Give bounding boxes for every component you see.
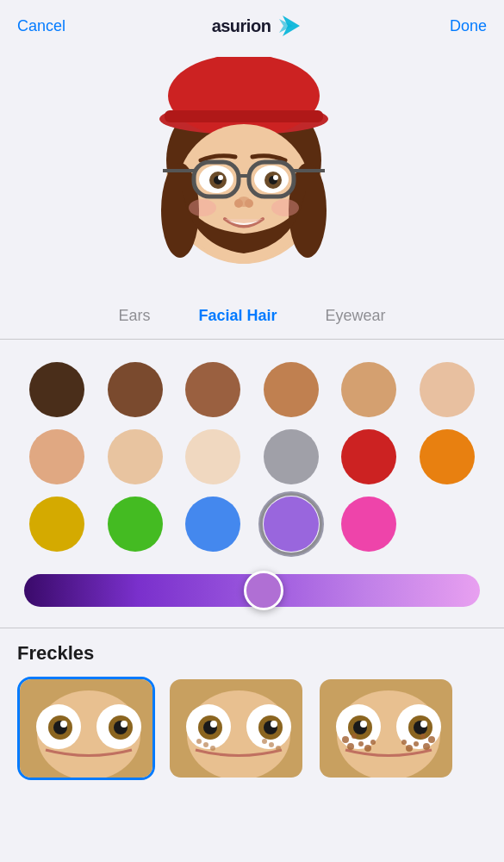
svg-rect-7 [165,110,323,122]
svg-point-69 [364,745,371,752]
tabs-container: Ears Facial Hair Eyewear [0,298,504,339]
svg-point-37 [60,721,67,728]
logo: asurion [212,12,304,40]
color-swatch-2[interactable] [108,362,163,417]
svg-point-38 [121,721,128,728]
svg-point-54 [276,746,281,751]
svg-point-52 [262,739,267,744]
header: Cancel asurion Done [0,0,504,48]
tab-eyewear[interactable]: Eyewear [302,303,410,328]
color-swatch-14[interactable] [108,497,163,552]
svg-point-68 [358,741,364,746]
svg-point-26 [245,199,253,208]
svg-point-50 [203,742,208,747]
svg-point-23 [273,175,278,180]
color-swatch-1[interactable] [29,362,84,417]
svg-point-64 [420,721,427,728]
freckle-option-light[interactable] [167,677,305,780]
freckle-option-heavy[interactable] [317,677,455,780]
svg-point-70 [370,740,376,745]
done-button[interactable]: Done [450,17,487,35]
color-swatch-9[interactable] [185,429,240,484]
freckles-options [17,677,487,780]
color-swatch-12[interactable] [420,429,475,484]
memoji-avatar [149,57,339,264]
color-swatch-7[interactable] [29,429,84,484]
color-swatch-3[interactable] [185,362,240,417]
freckles-title: Freckles [17,642,487,665]
tab-ears[interactable]: Ears [94,303,174,328]
cancel-button[interactable]: Cancel [17,17,65,35]
svg-point-65 [342,736,349,743]
svg-point-25 [234,199,243,208]
svg-point-48 [271,721,277,728]
slider-container [0,565,504,624]
tab-facial-hair[interactable]: Facial Hair [174,303,301,328]
tab-divider [0,339,504,340]
section-divider [0,628,504,628]
freckle-option-none[interactable] [17,677,155,780]
avatar-area [0,48,504,298]
svg-point-73 [414,741,419,746]
svg-point-76 [428,736,435,743]
svg-point-22 [218,175,223,180]
logo-icon [276,12,303,40]
color-swatch-8[interactable] [108,429,163,484]
color-swatch-11[interactable] [341,429,396,484]
svg-point-53 [269,742,274,747]
logo-text: asurion [212,16,271,36]
svg-point-49 [196,739,202,744]
freckles-section: Freckles [0,642,504,780]
color-swatch-5[interactable] [341,362,396,417]
svg-point-74 [420,734,426,739]
svg-point-63 [360,721,367,728]
color-swatch-10[interactable] [264,429,319,484]
avatar-container [149,57,356,281]
color-swatch-13[interactable] [29,497,84,552]
color-grid [0,353,504,565]
svg-point-71 [401,740,407,745]
color-swatch-16[interactable] [264,497,319,552]
svg-point-66 [352,734,357,739]
color-swatch-4[interactable] [264,362,319,417]
slider-thumb[interactable] [244,571,283,610]
color-swatch-17[interactable] [341,497,396,552]
svg-point-28 [271,199,299,216]
color-swatch-15[interactable] [185,497,240,552]
svg-point-47 [210,721,217,728]
slider-track[interactable] [24,574,480,607]
svg-point-67 [347,743,354,750]
svg-point-72 [406,745,413,752]
svg-point-27 [189,199,216,216]
color-swatch-6[interactable] [420,362,475,417]
svg-point-75 [423,743,430,750]
svg-point-51 [210,746,215,751]
